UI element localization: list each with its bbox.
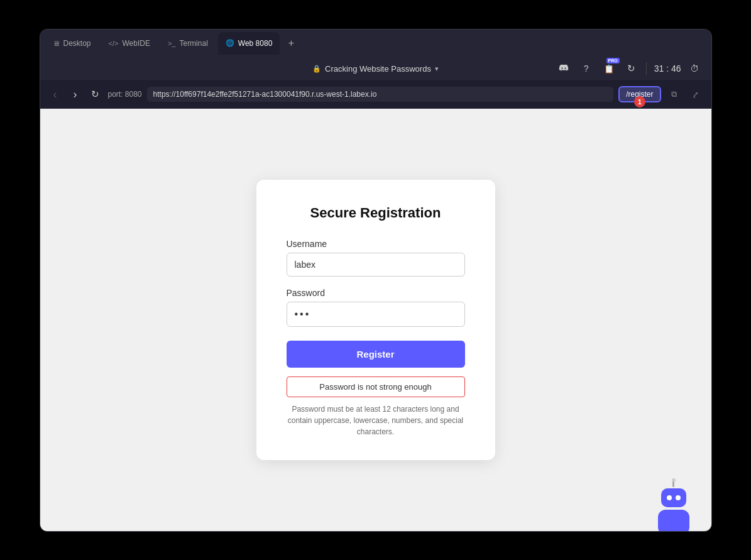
dropdown-icon[interactable]: ▾ (435, 65, 439, 73)
refresh-icon: ↻ (91, 89, 99, 100)
robot-body (658, 510, 689, 531)
password-hint: Password must be at least 12 characters … (287, 404, 465, 437)
title-bar: 🔒 Cracking Website Passwords ▾ ? 📋 PRO ↻… (40, 57, 711, 81)
address-bar: ‹ › ↻ port: 8080 /register 1 ⧉ ⤤ (40, 81, 711, 109)
form-title: Secure Registration (287, 205, 465, 221)
clock-icon: ⏱ (690, 63, 699, 74)
robot-right-eye (676, 495, 681, 500)
password-label: Password (287, 288, 465, 298)
step-badge: 1 (634, 96, 645, 107)
tab-webide-label: WebIDE (122, 39, 150, 48)
browser-content: Secure Registration Username Password Re… (40, 109, 711, 531)
robot-mascot (655, 481, 693, 519)
discord-icon (559, 63, 569, 74)
password-group: Password (287, 288, 465, 327)
robot-antenna (672, 481, 674, 487)
registration-card: Secure Registration Username Password Re… (256, 180, 495, 460)
question-icon: ? (584, 63, 589, 74)
discord-button[interactable] (554, 59, 573, 78)
port-label: port: 8080 (108, 90, 142, 99)
register-button[interactable]: Register (287, 341, 465, 368)
tab-desktop[interactable]: 🖥 Desktop (45, 32, 99, 55)
title-bar-center: 🔒 Cracking Website Passwords ▾ (312, 64, 439, 74)
badge-number: 1 (638, 98, 642, 106)
desktop-icon: 🖥 (53, 40, 60, 47)
clipboard-button[interactable]: 📋 PRO (600, 59, 618, 78)
webide-icon: </> (109, 40, 119, 47)
back-icon: ‹ (53, 88, 57, 101)
forward-icon: › (74, 88, 77, 101)
sync-icon: ↻ (627, 63, 635, 74)
add-tab-icon: + (288, 38, 294, 49)
username-input[interactable] (287, 253, 465, 277)
url-suffix[interactable]: /register 1 (618, 86, 661, 102)
separator (646, 62, 647, 75)
tab-webide[interactable]: </> WebIDE (101, 32, 158, 55)
tab-web8080[interactable]: 🌐 Web 8080 (218, 32, 280, 55)
password-input[interactable] (287, 302, 465, 327)
browser-window: 🖥 Desktop </> WebIDE >_ Terminal 🌐 Web 8… (40, 29, 712, 532)
terminal-icon: >_ (168, 40, 176, 47)
timer-display: 31 : 46 (654, 63, 681, 74)
pro-badge: PRO (606, 58, 620, 63)
username-label: Username (287, 239, 465, 249)
help-button[interactable]: ? (577, 59, 596, 78)
lock-icon: 🔒 (312, 65, 321, 73)
clipboard-icon: 📋 (604, 64, 614, 74)
open-external-button[interactable]: ⤤ (688, 86, 704, 102)
username-group: Username (287, 239, 465, 277)
robot-left-eye (667, 495, 672, 500)
register-button-label: Register (356, 349, 394, 360)
back-button[interactable]: ‹ (48, 87, 63, 102)
external-icon: ⤤ (692, 90, 699, 99)
error-message-box: Password is not strong enough (287, 376, 465, 397)
url-input[interactable] (147, 87, 614, 102)
copy-icon: ⧉ (671, 89, 677, 99)
tab-desktop-label: Desktop (63, 39, 91, 48)
robot-head (661, 488, 686, 507)
tab-terminal[interactable]: >_ Terminal (160, 32, 216, 55)
page-title: Cracking Website Passwords (325, 64, 431, 74)
forward-button[interactable]: › (68, 87, 83, 102)
sync-button[interactable]: ↻ (622, 59, 641, 78)
error-message-text: Password is not strong enough (319, 382, 432, 392)
refresh-button[interactable]: ↻ (88, 87, 103, 102)
tab-web8080-label: Web 8080 (238, 39, 273, 48)
copy-url-button[interactable]: ⧉ (666, 86, 682, 102)
tab-bar: 🖥 Desktop </> WebIDE >_ Terminal 🌐 Web 8… (40, 30, 711, 57)
web-icon: 🌐 (226, 39, 234, 47)
clock-button[interactable]: ⏱ (685, 59, 704, 78)
title-bar-actions: ? 📋 PRO ↻ 31 : 46 ⏱ (554, 59, 704, 78)
tab-terminal-label: Terminal (179, 39, 207, 48)
add-tab-button[interactable]: + (282, 35, 300, 52)
